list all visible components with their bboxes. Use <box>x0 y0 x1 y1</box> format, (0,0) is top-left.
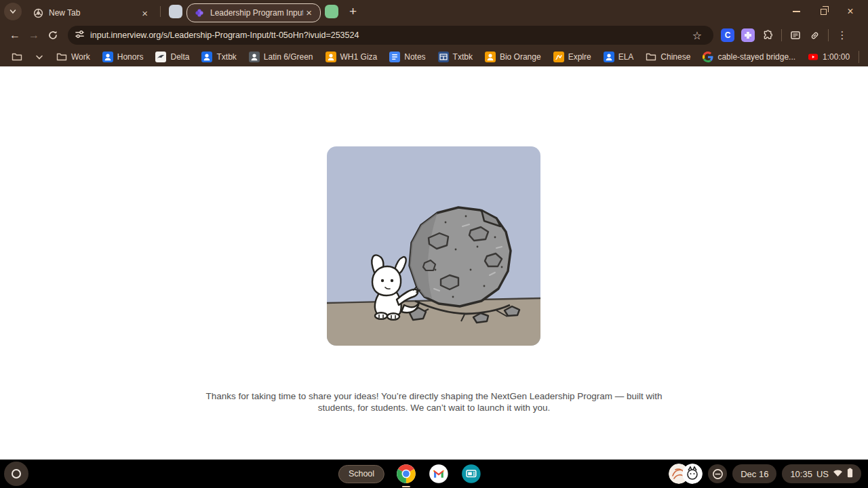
chevron-down-icon <box>9 7 17 16</box>
forward-button[interactable]: → <box>24 26 43 45</box>
folder-icon <box>12 52 22 62</box>
date-label: Dec 16 <box>741 469 768 479</box>
bookmark-chevron[interactable] <box>30 50 49 64</box>
google-icon <box>703 52 713 62</box>
thank-you-message: Thanks for taking time to share your ide… <box>202 390 666 413</box>
youtube-icon <box>808 52 818 62</box>
bookmark-label: Explre <box>568 52 591 62</box>
tab-close-icon[interactable]: × <box>303 6 315 19</box>
link-icon[interactable] <box>805 26 824 45</box>
bookmark-star-icon[interactable]: ☆ <box>688 26 707 45</box>
extensions-puzzle-icon[interactable] <box>758 26 777 45</box>
bookmark-wh1-giza[interactable]: WH1 Giza <box>321 49 382 64</box>
back-button[interactable]: ← <box>5 26 24 45</box>
reload-button[interactable] <box>43 26 62 45</box>
restore-button[interactable] <box>818 6 829 17</box>
bookmark-explre[interactable]: Explre <box>549 49 596 64</box>
browser-toolbar: ← → input.innerview.org/s/Leadership-Pro… <box>0 23 868 47</box>
bookmark-label: Delta <box>170 52 189 62</box>
extension-purple-icon[interactable] <box>741 28 755 42</box>
docs-icon <box>389 52 400 62</box>
screencast-app-icon[interactable] <box>460 463 482 485</box>
do-not-disturb-button[interactable] <box>708 464 727 483</box>
school-shelf-button[interactable]: School <box>338 465 384 483</box>
chrome-logo-icon <box>33 7 43 18</box>
bookmark-label: ELA <box>618 52 634 62</box>
url-text[interactable]: input.innerview.org/s/Leadership-Program… <box>90 30 688 40</box>
close-window-button[interactable]: × <box>845 6 856 17</box>
bookmark-label: Chinese <box>660 52 690 62</box>
bookmark-txtbk-2[interactable]: Txtbk <box>433 49 477 64</box>
toolbar-divider <box>828 29 829 41</box>
status-area: Dec 16 10:35 US <box>669 460 861 488</box>
address-bar[interactable]: input.innerview.org/s/Leadership-Program… <box>68 26 713 45</box>
minimize-button[interactable] <box>791 6 802 17</box>
bookmark-cable-stayed-bridge[interactable]: cable-stayed bridge... <box>698 49 800 64</box>
gmail-app-icon[interactable] <box>428 463 450 485</box>
table-icon <box>438 52 449 62</box>
survey-thank-you-page: Thanks for taking time to share your ide… <box>0 66 868 460</box>
delta-icon <box>155 52 166 62</box>
bookmark-label: Work <box>71 52 90 62</box>
bookmark-chinese[interactable]: Chinese <box>641 49 695 64</box>
tab-new-tab[interactable]: New Tab × <box>26 3 156 22</box>
chevron-icon <box>35 52 44 62</box>
new-tab-button[interactable]: + <box>349 4 357 19</box>
date-pill[interactable]: Dec 16 <box>732 464 776 483</box>
tab-close-icon[interactable]: × <box>139 7 151 20</box>
all-bookmarks-button[interactable]: All Bookmarks <box>863 49 868 64</box>
person-icon <box>249 52 260 62</box>
tab-title: New Tab <box>49 8 139 18</box>
input-method-label: US <box>816 469 829 479</box>
bookmark-delta[interactable]: Delta <box>151 49 194 64</box>
profile-avatars[interactable] <box>669 464 703 484</box>
do-not-disturb-icon <box>712 468 724 480</box>
window-controls: × <box>791 6 868 17</box>
tab-leadership-program-input[interactable]: Leadership Program Input × <box>186 3 321 22</box>
clock-label: 10:35 <box>790 469 812 479</box>
bookmark-1-00-00[interactable]: 1:00:00 <box>803 49 854 64</box>
bookmarks-bar: WorkHonorsDeltaTxtbkLatin 6/GreenWH1 Giz… <box>0 47 868 66</box>
browser-menu-icon[interactable]: ⋮ <box>833 26 852 45</box>
bookmark-label: Notes <box>404 52 425 62</box>
person-icon <box>201 52 212 62</box>
bookmark-txtbk[interactable]: Txtbk <box>197 49 241 64</box>
shelf-apps: School <box>338 460 482 488</box>
bookmark-bio-orange[interactable]: Bio Orange <box>480 49 546 64</box>
chart-icon <box>553 52 564 62</box>
bookmark-honors[interactable]: Honors <box>98 49 149 64</box>
person-icon <box>326 52 336 62</box>
tab-search-button[interactable] <box>4 3 22 20</box>
bookmark-work[interactable]: Work <box>52 49 95 64</box>
tab-divider <box>160 6 161 17</box>
wifi-icon <box>833 468 843 479</box>
survey-end-illustration <box>327 146 540 346</box>
bookmark-label: WH1 Giza <box>340 52 378 62</box>
browser-window: New Tab × Leadership Program Input × + ×… <box>0 0 868 66</box>
tab-group-chip-green[interactable] <box>325 5 338 18</box>
bookmark-label: cable-stayed bridge... <box>717 52 795 62</box>
folder-icon <box>56 52 67 62</box>
site-info-icon[interactable] <box>75 29 85 42</box>
person-icon <box>102 52 113 62</box>
system-tray[interactable]: 10:35 US <box>782 464 861 483</box>
bookmark-label: Txtbk <box>453 52 473 62</box>
chromeos-shelf: School <box>0 460 868 488</box>
launcher-icon <box>12 469 21 479</box>
bookmark-label: Bio Orange <box>500 52 541 62</box>
toolbar-divider <box>781 29 782 41</box>
side-panel-icon[interactable] <box>786 26 805 45</box>
chrome-app-icon[interactable] <box>395 463 417 485</box>
bookmark-notes[interactable]: Notes <box>384 49 430 64</box>
battery-icon <box>847 468 853 480</box>
tab-group-chip-gray[interactable] <box>169 5 182 18</box>
bookmark-ela[interactable]: ELA <box>599 49 639 64</box>
running-app-indicator <box>402 486 410 488</box>
bookmarks-divider <box>859 51 859 63</box>
launcher-button[interactable] <box>4 462 28 486</box>
extension-c-icon[interactable]: C <box>721 28 734 42</box>
bookmark-latin-6-green[interactable]: Latin 6/Green <box>244 49 318 64</box>
bookmark-label: Txtbk <box>216 52 236 62</box>
tab-title: Leadership Program Input <box>210 8 303 18</box>
bookmark-folder[interactable] <box>7 49 27 64</box>
